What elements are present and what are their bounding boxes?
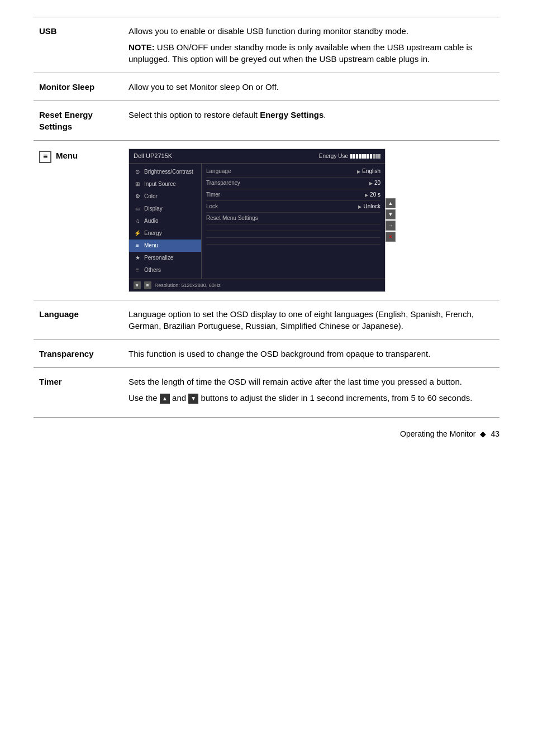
osd-menu-item-personalize[interactable]: ★ Personalize [129, 252, 201, 264]
note-content: USB ON/OFF under standby mode is only av… [129, 42, 472, 64]
timer-val: 20 s [370, 191, 380, 199]
table-row-transparency: Transparency This function is used to ch… [34, 339, 499, 367]
lock-label: Lock [206, 203, 218, 210]
osd-footer-btn1[interactable]: ■ [134, 281, 141, 289]
timer-text1: Sets the length of time the OSD will rem… [129, 376, 494, 387]
language-arrow: ▶ [357, 169, 360, 175]
label-reset-energy: Reset Energy Settings [34, 101, 123, 141]
osd-nav-buttons: ▲ ▼ → ✕ [386, 198, 396, 242]
content-language: Language option to set the OSD display t… [123, 300, 499, 339]
monitor-sleep-text: Allow you to set Monitor sleep On or Off… [129, 81, 494, 93]
label-language: Language [34, 300, 123, 339]
lock-arrow: ▶ [358, 204, 361, 210]
osd-wrapper: Dell UP2715K Energy Use [129, 149, 386, 292]
table-row-usb: USB Allows you to enable or disable USB … [34, 17, 499, 73]
osd-menu-color-label: Color [144, 193, 158, 200]
osd-menu-brightness-label: Brightness/Contrast [144, 168, 193, 176]
content-transparency: This function is used to change the OSD … [123, 339, 499, 367]
timer-arrow: ▶ [365, 192, 368, 198]
osd-menu-item-brightness[interactable]: ⊙ Brightness/Contrast [129, 166, 201, 178]
table-row-monitor-sleep: Monitor Sleep Allow you to set Monitor s… [34, 73, 499, 101]
label-timer: Timer [34, 367, 123, 412]
page-footer: Operating the Monitor ◆ 43 [34, 417, 499, 446]
language-text: Language option to set the OSD display t… [129, 308, 494, 332]
reset-energy-text: Select this option to restore default En… [129, 109, 494, 121]
osd-menu-item-color[interactable]: ⚙ Color [129, 190, 201, 203]
osd-blank3 [206, 238, 380, 245]
reset-energy-prefix: Select this option to restore default [129, 110, 260, 119]
personalize-icon: ★ [134, 254, 141, 262]
display-icon: ▭ [134, 205, 141, 213]
language-value: ▶ English [357, 168, 380, 175]
footer-page-number: 43 [491, 429, 499, 440]
menu-nav-icon: ≡ [134, 242, 141, 250]
label-usb: USB [34, 17, 123, 73]
menu-icon: ≡ [39, 151, 51, 163]
menu-icon-symbol: ≡ [43, 151, 47, 162]
timer-value: ▶ 20 s [365, 191, 380, 199]
osd-menu-others-label: Others [144, 266, 161, 274]
transparency-text: This function is used to change the OSD … [129, 348, 494, 360]
osd-nav-up-btn[interactable]: ▲ [386, 198, 396, 208]
timer-text2-suffix: buttons to adjust the slider in 1 second… [201, 393, 472, 403]
content-usb: Allows you to enable or disable USB func… [123, 17, 499, 73]
osd-header: Dell UP2715K Energy Use [129, 149, 385, 164]
osd-footer-btn2[interactable]: ■ [144, 281, 151, 289]
energy-icon: ⚡ [134, 229, 141, 237]
label-transparency: Transparency [34, 339, 123, 367]
energy-bar-visual [350, 154, 380, 159]
reset-energy-bold: Energy Settings [260, 110, 323, 119]
osd-row-transparency: Transparency ▶ 20 [206, 178, 380, 189]
content-timer: Sets the length of time the OSD will rem… [123, 367, 499, 412]
osd-menu-display-label: Display [144, 205, 163, 213]
osd-menu-menu-label: Menu [144, 242, 158, 250]
osd-menu-item-others[interactable]: ≡ Others [129, 264, 201, 276]
osd-blank2 [206, 231, 380, 238]
up-btn-inline: ▲ [160, 394, 170, 404]
transparency-label: Transparency [206, 179, 240, 187]
osd-row-timer: Timer ▶ 20 s [206, 189, 380, 201]
osd-energy-label: Energy Use [319, 152, 348, 160]
osd-nav-close-btn[interactable]: ✕ [386, 232, 396, 242]
osd-row-reset-menu: Reset Menu Settings [206, 213, 380, 224]
down-btn-inline: ▼ [188, 394, 198, 404]
page-content: USB Allows you to enable or disable USB … [0, 0, 533, 479]
transparency-arrow: ▶ [369, 180, 373, 186]
osd-menu-item-input[interactable]: ⊞ Input Source [129, 178, 201, 190]
osd-menu-item-energy[interactable]: ⚡ Energy [129, 227, 201, 240]
footer-diamond: ◆ [480, 429, 486, 440]
language-val: English [362, 168, 380, 175]
osd-nav-right-btn[interactable]: → [386, 221, 396, 231]
table-row-reset-energy: Reset Energy Settings Select this option… [34, 101, 499, 141]
timer-text2-prefix: Use the [129, 393, 160, 403]
osd-menu-energy-label: Energy [144, 229, 162, 237]
label-monitor-sleep: Monitor Sleep [34, 73, 123, 101]
osd-menu-personalize-label: Personalize [144, 254, 173, 262]
osd-menu-item-audio[interactable]: ♫ Audio [129, 215, 201, 227]
osd-monitor: Dell UP2715K Energy Use [129, 149, 386, 292]
osd-menu-input-label: Input Source [144, 180, 176, 188]
input-icon: ⊞ [134, 180, 141, 188]
osd-blank1 [206, 224, 380, 231]
osd-menu-item-menu[interactable]: ≡ Menu [129, 240, 201, 252]
osd-right-panel: Language ▶ English Transparency [202, 164, 385, 279]
reset-energy-line1: Reset Energy [39, 110, 93, 119]
usb-text1: Allows you to enable or disable USB func… [129, 25, 494, 37]
osd-menu-item-display[interactable]: ▭ Display [129, 203, 201, 215]
osd-row-lock: Lock ▶ Unlock [206, 201, 380, 213]
table-row-timer: Timer Sets the length of time the OSD wi… [34, 367, 499, 412]
language-label: Language [206, 168, 231, 175]
osd-nav-down-btn[interactable]: ▼ [386, 209, 396, 219]
footer-left-text: Operating the Monitor [400, 429, 475, 440]
main-table: USB Allows you to enable or disable USB … [34, 17, 499, 412]
reset-menu-label: Reset Menu Settings [206, 214, 258, 222]
content-reset-energy: Select this option to restore default En… [123, 101, 499, 141]
timer-label: Timer [206, 191, 220, 199]
table-row-language: Language Language option to set the OSD … [34, 300, 499, 339]
audio-icon: ♫ [134, 217, 141, 225]
content-menu: Dell UP2715K Energy Use [123, 141, 499, 300]
osd-resolution: Resolution: 5120x2880, 60Hz [155, 282, 221, 289]
others-icon: ≡ [134, 266, 141, 274]
transparency-val: 20 [374, 179, 380, 187]
osd-left-menu: ⊙ Brightness/Contrast ⊞ Input Source ⚙ [129, 164, 202, 279]
